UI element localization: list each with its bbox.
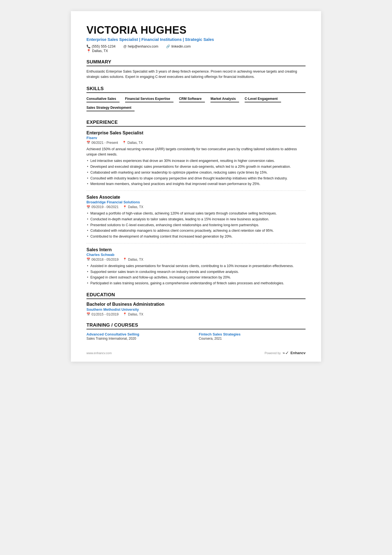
first-bullet: Achieved 150% of annual recurring revenu… (86, 147, 306, 157)
contact-row: 📞 (555) 555-1234 @ help@enhancv.com 🔗 li… (86, 45, 306, 48)
calendar-icon: 📅 (86, 141, 90, 144)
location-value: Dallas, TX (92, 49, 108, 53)
skill-tag: C-Level Engagement (245, 96, 281, 102)
job-entry: Sales AssociateBroadridge Financial Solu… (86, 195, 306, 243)
training-item: Advanced Consultative SellingSales Train… (86, 332, 193, 341)
job-dates: 📅 06/2018 - 05/2019 (86, 258, 118, 262)
company-name: Charles Schwab (86, 253, 306, 257)
education-heading: EDUCATION (86, 292, 306, 299)
bullet-item: Contributed to the development of market… (86, 234, 306, 239)
linkedin-contact: 🔗 linkedin.com (166, 45, 190, 48)
bullet-item: Collaborated with relationship managers … (86, 228, 306, 233)
experience-divider (86, 243, 306, 243)
job-title: Sales Intern (86, 247, 306, 252)
location-icon: 📍 (123, 258, 127, 261)
company-name: Broadridge Financial Solutions (86, 200, 306, 204)
skill-tag: Financial Services Expertise (125, 96, 173, 102)
training-section: TRAINING / COURSES Advanced Consultative… (86, 322, 306, 341)
school-name: Southern Methodist University (86, 307, 306, 312)
bullet-item: Assisted in developing sales presentatio… (86, 263, 306, 269)
footer-website: www.enhancv.com (86, 351, 112, 355)
bullet-item: Participated in sales training sessions,… (86, 281, 306, 286)
company-name: Fiserv (86, 136, 306, 140)
bullet-item: Engaged in client outreach and follow-up… (86, 275, 306, 280)
bullet-item: Collaborated with marketing and senior l… (86, 170, 306, 175)
skills-section: SKILLS Consultative SalesFinancial Servi… (86, 86, 306, 114)
edu-meta: 📅 01/2015 - 01/2019 📍 Dallas, TX (86, 312, 306, 316)
skill-tag: Market Analysis (210, 96, 239, 102)
header-section: VICTORIA HUGHES Enterprise Sales Special… (86, 24, 306, 53)
resume-page: VICTORIA HUGHES Enterprise Sales Special… (71, 11, 321, 362)
job-dates: 📅 05/2019 - 06/2021 (86, 205, 118, 209)
experience-container: Enterprise Sales SpecialistFiserv📅 06/20… (86, 130, 306, 286)
summary-heading: SUMMARY (86, 59, 306, 66)
job-meta: 📅 05/2019 - 06/2021📍 Dallas, TX (86, 205, 306, 209)
edu-dates: 📅 01/2015 - 01/2019 (86, 312, 118, 316)
candidate-name: VICTORIA HUGHES (86, 24, 306, 36)
degree-title: Bachelor of Business Administration (86, 302, 306, 307)
training-item-title: Fintech Sales Strategies (199, 332, 306, 336)
training-item: Fintech Sales StrategiesCoursera, 2021 (199, 332, 306, 341)
powered-by-text: Powered by (265, 351, 281, 355)
phone-value: (555) 555-1234 (92, 45, 115, 48)
email-value: help@enhancv.com (128, 45, 158, 48)
location-icon: 📍 (123, 312, 127, 316)
training-heading: TRAINING / COURSES (86, 322, 306, 329)
phone-icon: 📞 (86, 45, 91, 48)
email-icon: @ (123, 45, 126, 48)
bullet-list: Led interactive sales experiences that d… (86, 158, 306, 187)
education-section: EDUCATION Bachelor of Business Administr… (86, 292, 306, 316)
link-icon: 🔗 (166, 45, 170, 48)
job-entry: Sales InternCharles Schwab📅 06/2018 - 05… (86, 247, 306, 286)
skill-tag: CRM Software (179, 96, 205, 102)
bullet-item: Mentored team members, sharing best prac… (86, 181, 306, 187)
skill-tag: Consultative Sales (86, 96, 120, 102)
training-container: Advanced Consultative SellingSales Train… (86, 332, 306, 341)
summary-text: Enthusiastic Enterprise Sales Specialist… (86, 69, 306, 80)
phone-contact: 📞 (555) 555-1234 (86, 45, 115, 48)
training-item-sub: Sales Training International, 2020 (86, 337, 193, 341)
job-title: Enterprise Sales Specialist (86, 130, 306, 135)
job-location: 📍 Dallas, TX (122, 141, 143, 145)
experience-section: EXPERIENCE Enterprise Sales SpecialistFi… (86, 120, 306, 286)
job-meta: 📅 06/2018 - 05/2019📍 Dallas, TX (86, 258, 306, 262)
bullet-item: Managed a portfolio of high-value client… (86, 211, 306, 216)
location-row: 📍 Dallas, TX (86, 49, 306, 53)
bullet-item: Consulted with industry leaders to shape… (86, 176, 306, 181)
calendar-icon: 📅 (86, 312, 90, 316)
edu-location: 📍 Dallas, TX (123, 312, 143, 316)
job-meta: 📅 06/2021 - Present📍 Dallas, TX (86, 141, 306, 145)
email-contact: @ help@enhancv.com (123, 45, 158, 48)
skills-heading: SKILLS (86, 86, 306, 93)
bullet-item: Led interactive sales experiences that d… (86, 158, 306, 164)
page-footer: www.enhancv.com Powered by ⌁✓ Enhancv (86, 350, 306, 356)
enhancv-icon: ⌁✓ (282, 350, 289, 356)
skills-grid: Consultative SalesFinancial Services Exp… (86, 96, 306, 114)
summary-section: SUMMARY Enthusiastic Enterprise Sales Sp… (86, 59, 306, 80)
experience-heading: EXPERIENCE (86, 120, 306, 127)
bullet-list: Assisted in developing sales presentatio… (86, 263, 306, 286)
job-entry: Enterprise Sales SpecialistFiserv📅 06/20… (86, 130, 306, 191)
experience-divider (86, 191, 306, 191)
bullet-item: Supported senior sales team in conductin… (86, 269, 306, 275)
skill-tag: Sales Strategy Development (86, 105, 135, 111)
bullet-item: Developed and executed strategic sales p… (86, 164, 306, 169)
job-dates: 📅 06/2021 - Present (86, 141, 118, 145)
location-icon: 📍 (86, 49, 91, 53)
calendar-icon: 📅 (86, 258, 90, 261)
training-item-sub: Coursera, 2021 (199, 337, 306, 341)
education-container: Bachelor of Business AdministrationSouth… (86, 302, 306, 316)
training-item-title: Advanced Consultative Selling (86, 332, 193, 336)
brand-name: Enhancv (291, 351, 306, 355)
job-location: 📍 Dallas, TX (123, 258, 143, 262)
location-icon: 📍 (122, 141, 126, 144)
calendar-icon: 📅 (86, 205, 90, 209)
bullet-list: Managed a portfolio of high-value client… (86, 211, 306, 239)
bullet-item: Conducted in-depth market analysis to ta… (86, 217, 306, 222)
location-icon: 📍 (123, 205, 127, 209)
job-location: 📍 Dallas, TX (123, 205, 143, 209)
education-entry: Bachelor of Business AdministrationSouth… (86, 302, 306, 316)
footer-logo-area: Powered by ⌁✓ Enhancv (265, 350, 306, 356)
candidate-title: Enterprise Sales Specialist | Financial … (86, 37, 306, 42)
linkedin-value: linkedin.com (171, 45, 190, 48)
